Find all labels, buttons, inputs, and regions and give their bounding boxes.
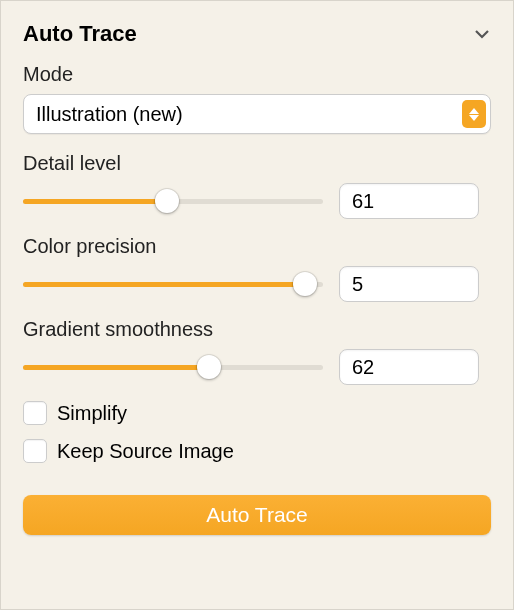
simplify-checkbox[interactable] [23, 401, 47, 425]
simplify-label: Simplify [57, 402, 127, 425]
gradient-smoothness-label: Gradient smoothness [23, 318, 491, 341]
gradient-smoothness-slider[interactable] [23, 355, 323, 379]
keep-source-label: Keep Source Image [57, 440, 234, 463]
mode-select-wrap: Illustration (new) [23, 94, 491, 134]
gradient-smoothness-input[interactable] [339, 349, 479, 385]
auto-trace-button[interactable]: Auto Trace [23, 495, 491, 535]
collapse-icon[interactable] [473, 28, 491, 40]
keep-source-checkbox[interactable] [23, 439, 47, 463]
detail-level-row: Detail level [23, 152, 491, 219]
color-precision-input[interactable] [339, 266, 479, 302]
color-precision-label: Color precision [23, 235, 491, 258]
detail-level-label: Detail level [23, 152, 491, 175]
color-precision-slider[interactable] [23, 272, 323, 296]
keep-source-row: Keep Source Image [23, 439, 491, 463]
panel-header: Auto Trace [23, 21, 491, 47]
mode-selected-value: Illustration (new) [36, 103, 183, 126]
simplify-row: Simplify [23, 401, 491, 425]
mode-select[interactable]: Illustration (new) [23, 94, 491, 134]
detail-level-slider[interactable] [23, 189, 323, 213]
color-precision-row: Color precision [23, 235, 491, 302]
slider-thumb[interactable] [293, 272, 317, 296]
mode-label: Mode [23, 63, 491, 86]
updown-icon[interactable] [462, 100, 486, 128]
slider-thumb[interactable] [197, 355, 221, 379]
panel-title: Auto Trace [23, 21, 137, 47]
slider-thumb[interactable] [155, 189, 179, 213]
gradient-smoothness-row: Gradient smoothness [23, 318, 491, 385]
auto-trace-panel: Auto Trace Mode Illustration (new) Detai… [1, 1, 513, 555]
detail-level-input[interactable] [339, 183, 479, 219]
